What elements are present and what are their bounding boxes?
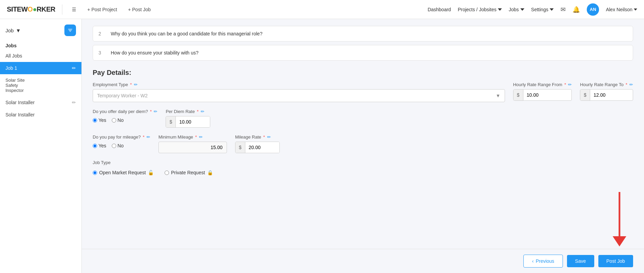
question-num-2: 2 [98, 31, 105, 36]
per-diem-rate-label: Per Diem Rate * ✏ [166, 109, 210, 114]
main-content: 2 Why do you think you can be a good can… [82, 19, 644, 273]
sidebar-top: Job ▼ [0, 25, 81, 40]
per-diem-rate-edit[interactable]: ✏ [201, 109, 204, 114]
bottom-bar: ‹ Previous Save Post Job [82, 249, 644, 273]
mileage-radio-group: Yes No [93, 143, 150, 148]
per-diem-radio-group: Yes No [93, 117, 157, 123]
per-diem-label: Do you offer daily per diem? * ✏ [93, 109, 157, 114]
per-diem-edit[interactable]: ✏ [154, 109, 157, 114]
sidebar-item-solar-installer-2[interactable]: Solar Installer [0, 109, 81, 121]
mileage-yes-radio[interactable] [93, 144, 97, 148]
mileage-no-radio[interactable] [112, 144, 116, 148]
hourly-rate-from-edit[interactable]: ✏ [568, 82, 572, 87]
app-layout: Job ▼ Jobs All Jobs Job 1 ✏ Solar SiteSa… [0, 19, 644, 273]
question-row-2: 2 Why do you think you can be a good can… [93, 26, 633, 42]
hourly-rate-to-input-wrapper: $ [580, 89, 633, 101]
edit-icon-2[interactable]: ✏ [72, 100, 76, 105]
sidebar-item-job1[interactable]: Job 1 ✏ [0, 62, 81, 74]
projects-jobsites-link[interactable]: Projects / Jobsites [458, 7, 502, 12]
header-nav: ☰ + Post Project + Post Job [69, 5, 428, 14]
hourly-rate-to-edit[interactable]: ✏ [629, 82, 633, 87]
header-right: Dashboard Projects / Jobsites Jobs Setti… [428, 3, 637, 16]
min-mileage-group: Minimum Mileage * ✏ [158, 134, 227, 153]
dollar-prefix-to: $ [580, 90, 590, 100]
form-row-employment: Employment Type * ✏ Temporary Worker - W… [93, 82, 633, 102]
question-num-3: 3 [98, 50, 105, 55]
hourly-rate-to-input[interactable] [590, 90, 624, 100]
job-type-label: Job Type [93, 160, 633, 165]
mileage-no-label[interactable]: No [112, 143, 124, 148]
chevron-left-icon: ‹ [532, 258, 534, 264]
mileage-rate-input[interactable] [245, 142, 279, 153]
post-job-button[interactable]: Post Job [598, 255, 633, 267]
per-diem-yes-label[interactable]: Yes [93, 117, 106, 123]
post-project-button[interactable]: + Post Project [85, 5, 120, 14]
per-diem-dollar-prefix: $ [166, 116, 176, 127]
min-mileage-input[interactable] [158, 142, 227, 153]
employment-type-label: Employment Type * ✏ [93, 82, 505, 87]
hamburger-button[interactable]: ☰ [69, 5, 79, 14]
question-row-3: 3 How do you ensure your stability with … [93, 45, 633, 61]
per-diem-rate-input-wrapper: $ [166, 116, 210, 128]
question-text-2: Why do you think you can be a good candi… [111, 31, 262, 36]
jobs-link[interactable]: Jobs [509, 7, 524, 12]
sidebar-item-solar-installer-1[interactable]: Solar Installer ✏ [0, 96, 81, 109]
hourly-rate-to-label: Hourly Rate Range To * ✏ [580, 82, 633, 87]
employment-type-select-wrapper[interactable]: Temporary Worker - W2 ▼ [93, 89, 505, 102]
bell-icon-button[interactable]: 🔔 [572, 6, 580, 13]
open-market-option[interactable]: Open Market Request 🔓 [93, 170, 154, 175]
avatar: AN [587, 3, 599, 16]
employment-type-select[interactable]: Temporary Worker - W2 [93, 90, 505, 102]
mileage-dollar-prefix: $ [235, 142, 245, 153]
filter-button[interactable] [64, 25, 76, 36]
open-market-radio[interactable] [93, 171, 97, 175]
sidebar: Job ▼ Jobs All Jobs Job 1 ✏ Solar SiteSa… [0, 19, 82, 273]
hourly-rate-from-input-wrapper: $ [513, 89, 572, 101]
post-job-button[interactable]: + Post Job [125, 5, 154, 14]
employment-type-edit[interactable]: ✏ [134, 82, 138, 87]
min-mileage-label: Minimum Mileage * ✏ [158, 134, 227, 140]
per-diem-yes-radio[interactable] [93, 118, 97, 123]
user-name[interactable]: Alex Neilson [606, 7, 637, 12]
job-type-group: Job Type Open Market Request 🔓 Private R… [93, 160, 633, 175]
form-row-perdiem: Do you offer daily per diem? * ✏ Yes No [93, 109, 633, 128]
lock-icon-open: 🔓 [148, 170, 154, 175]
per-diem-rate-input[interactable] [176, 116, 210, 127]
mileage-offer-group: Do you pay for mileage? * ✏ Yes No [93, 134, 150, 148]
logo: SITEWO●RKER [7, 5, 55, 13]
private-request-radio[interactable] [165, 171, 169, 175]
hourly-rate-from-label: Hourly Rate Range From * ✏ [513, 82, 572, 87]
hourly-rate-from-group: Hourly Rate Range From * ✏ $ [513, 82, 572, 101]
employment-type-group: Employment Type * ✏ Temporary Worker - W… [93, 82, 505, 102]
sidebar-jobs-label: Jobs [0, 40, 81, 50]
mileage-yes-label[interactable]: Yes [93, 143, 106, 148]
sidebar-item-solar-site[interactable]: Solar SiteSafetyInspector [0, 74, 81, 96]
sidebar-dropdown[interactable]: Job ▼ [5, 28, 21, 33]
mileage-rate-label: Mileage Rate * ✏ [235, 134, 280, 140]
settings-link[interactable]: Settings [531, 7, 554, 12]
per-diem-rate-group: Per Diem Rate * ✏ $ [166, 109, 210, 128]
per-diem-no-radio[interactable] [112, 118, 116, 123]
mileage-edit[interactable]: ✏ [147, 134, 150, 140]
mileage-rate-edit[interactable]: ✏ [267, 134, 271, 140]
hourly-rate-to-group: Hourly Rate Range To * ✏ $ [580, 82, 633, 101]
lock-icon-private: 🔒 [207, 170, 213, 175]
per-diem-offer-group: Do you offer daily per diem? * ✏ Yes No [93, 109, 157, 123]
save-button[interactable]: Save [567, 255, 594, 267]
min-mileage-edit[interactable]: ✏ [199, 134, 203, 140]
private-request-option[interactable]: Private Request 🔒 [165, 170, 213, 175]
mileage-rate-group: Mileage Rate * ✏ $ [235, 134, 280, 153]
question-text-3: How do you ensure your stability with us… [111, 50, 199, 55]
dashboard-link[interactable]: Dashboard [428, 7, 451, 12]
per-diem-no-label[interactable]: No [112, 117, 124, 123]
header: SITEWO●RKER ☰ + Post Project + Post Job … [0, 0, 644, 19]
header-divider [62, 4, 62, 15]
hourly-rate-from-input[interactable] [523, 90, 557, 100]
previous-button[interactable]: ‹ Previous [523, 255, 563, 268]
edit-icon[interactable]: ✏ [72, 65, 76, 71]
dollar-prefix-from: $ [513, 90, 523, 100]
mail-icon-button[interactable]: ✉ [561, 6, 566, 13]
mileage-rate-input-wrapper: $ [235, 142, 280, 153]
pay-details-title: Pay Details: [93, 69, 633, 77]
sidebar-item-all-jobs[interactable]: All Jobs [0, 50, 81, 62]
